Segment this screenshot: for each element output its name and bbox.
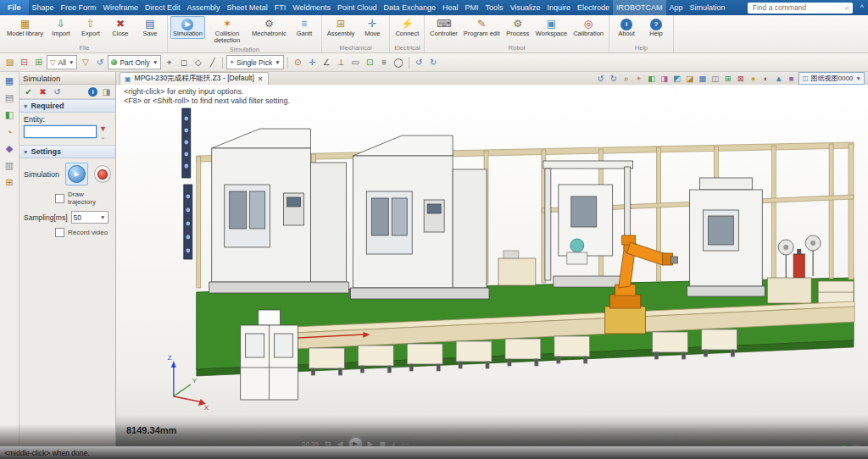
focus-icon[interactable]: ⌖ [633,73,644,84]
process-button[interactable]: ⚙ Process [504,16,532,39]
clear-filter-icon[interactable]: ▽ [79,56,92,69]
help-button[interactable]: ? Help [642,16,670,39]
menu-visualize[interactable]: Visualize [507,0,544,15]
record-video-checkbox[interactable] [55,228,64,237]
menu-tools[interactable]: Tools [482,0,507,15]
info-icon[interactable]: i [88,87,97,97]
entity-filter-icon[interactable]: ▼ [99,125,107,133]
display-section-icon[interactable]: ◪ [684,73,695,84]
pick-box-icon[interactable]: ◻ [177,56,190,69]
menu-free-form[interactable]: Free Form [58,0,100,15]
calibration-button[interactable]: ◎ Calibration [570,16,606,39]
role-icon[interactable]: ▥ [3,159,16,172]
cancel-icon[interactable]: ✖ [37,86,48,97]
menu-simulation[interactable]: Simulation [687,0,729,15]
view-selector[interactable]: ◫ 图纸视图0000 ▼ [798,72,865,85]
menu-fti[interactable]: FTI [271,0,290,15]
entity-expand-icon[interactable]: ⌄ [101,133,106,141]
pick-target-icon[interactable]: ⌖ [163,56,175,69]
menu-weldments[interactable]: Weldments [289,0,334,15]
view-rotate-right-icon[interactable]: ↻ [608,73,619,84]
snap-center-icon[interactable]: ⊙ [292,56,304,69]
circle-tool-icon[interactable]: ◯ [392,56,405,69]
zoom-icon[interactable]: ⌕ [620,73,632,84]
add-filter-icon[interactable]: ⊞ [32,56,45,69]
command-search[interactable]: ⌕ [748,3,853,14]
export-button[interactable]: ⇧ Export [76,16,105,39]
pick-polygon-icon[interactable]: ◇ [192,56,204,69]
menu-point-cloud[interactable]: Point Cloud [334,0,381,15]
grid-snap-icon[interactable]: ⊡ [364,56,376,69]
highlight-icon[interactable]: ● [748,73,759,84]
menu-inquire[interactable]: Inquire [543,0,574,15]
view-split-icon[interactable]: ◫ [709,73,721,84]
view-manager-icon[interactable]: ◔ [3,125,16,138]
workspace-button[interactable]: ▣ Workspace [533,16,570,39]
move-tool-icon[interactable]: ✛ [306,56,319,69]
record-simulation-button[interactable] [94,165,111,183]
pin-icon[interactable]: ◨ [101,86,112,97]
visual-manager-icon[interactable]: ◆ [3,142,16,155]
about-button[interactable]: i About [612,16,641,39]
search-input[interactable] [751,3,843,13]
menu-app[interactable]: App [666,0,687,15]
display-wireframe-icon[interactable]: ◨ [659,73,670,84]
menu-electrode[interactable]: Electrode [574,0,613,15]
open-icon[interactable]: ▨ [3,56,16,69]
import-button[interactable]: ⇩ Import [47,16,75,39]
redo-icon[interactable]: ↻ [427,56,440,69]
program-edit-button[interactable]: ✎ Program edit [461,16,503,39]
gantt-button[interactable]: ≡ Gantt [290,16,319,39]
layer-icon[interactable]: ◧ [3,108,16,121]
perpendicular-icon[interactable]: ⊥ [335,56,348,69]
viewport[interactable]: ▣ MPGI-230完成程序能扶.Z3 - [Default] ✕ ↺ ↻ ⌕ … [116,72,868,459]
view-close-icon[interactable]: ⊠ [735,73,746,84]
display-hidden-icon[interactable]: ◩ [671,73,682,84]
sampling-dropdown[interactable]: 50 ▼ [71,211,108,224]
list-icon[interactable]: ≡ [378,56,391,69]
machine-4[interactable] [687,178,765,296]
menu-wireframe[interactable]: Wireframe [100,0,142,15]
mechatronic-button[interactable]: ⚙ Mechatronic [249,16,289,39]
view-add-icon[interactable]: ⊞ [722,73,733,84]
ribbon-collapse-icon[interactable]: ^ [856,3,868,12]
display-shaded-icon[interactable]: ◧ [646,73,657,84]
menu-file[interactable]: File [0,0,29,15]
manager-tree-icon[interactable]: ▦ [3,75,16,87]
tab-close-icon[interactable]: ✕ [258,75,264,83]
collision-detection-button[interactable]: ✶ Collision detection [206,16,248,46]
display-mode-dropdown[interactable]: Part Only ▼ [108,55,161,69]
save-button[interactable]: ▤ Save [136,16,164,39]
menu-data-exchange[interactable]: Data Exchange [381,0,440,15]
rect-tool-icon[interactable]: ▭ [349,56,362,69]
half-shade-icon[interactable]: ◐ [760,73,771,84]
filter-dropdown[interactable]: ▽ All ▼ [47,55,77,69]
menu-sheet-metal[interactable]: Sheet Metal [224,0,271,15]
undo-icon[interactable]: ↺ [413,56,426,69]
assembly-button[interactable]: ⊞ Assembly [325,16,358,39]
menu-assembly[interactable]: Assembly [184,0,224,15]
entity-input[interactable] [24,125,97,138]
view-triad-icon[interactable]: ▲ [773,73,784,84]
menu-direct-edit[interactable]: Direct Edit [142,0,184,15]
reset-filter-icon[interactable]: ↺ [93,56,106,69]
remove-filter-icon[interactable]: ⊟ [18,56,31,69]
pick-mode-dropdown[interactable]: ⌖ Single Pick ▼ [226,55,283,69]
view-material-icon[interactable]: ■ [786,73,797,84]
draw-trajectory-checkbox[interactable] [55,194,64,203]
history-icon[interactable]: ▤ [3,91,16,104]
assembly-tree-icon[interactable]: ⊞ [3,176,16,189]
view-grid-icon[interactable]: ▦ [697,73,708,84]
controller-button[interactable]: ⌨ Controller [427,16,460,39]
model-library-button[interactable]: ▦ Model library [4,16,46,39]
confirm-icon[interactable]: ✔ [23,86,34,97]
play-simulation-button[interactable]: ▶ [68,165,86,183]
view-rotate-left-icon[interactable]: ↺ [595,73,606,84]
menu-shape[interactable]: Shape [29,0,58,15]
angle-snap-icon[interactable]: ∠ [320,56,333,69]
scene-3d[interactable]: Z X Y [116,85,868,459]
menu-heal[interactable]: Heal [439,0,462,15]
document-tab[interactable]: ▣ MPGI-230完成程序能扶.Z3 - [Default] ✕ [120,72,269,85]
connect-button[interactable]: ⚡ Connect [392,16,421,39]
reset-icon[interactable]: ↺ [52,86,63,97]
